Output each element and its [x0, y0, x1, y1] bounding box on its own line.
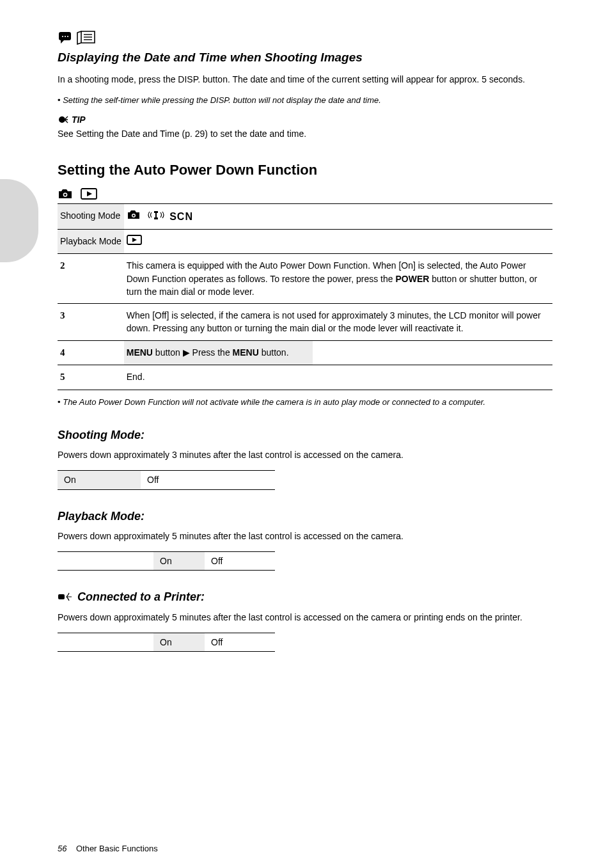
- scn-text: SCN: [169, 211, 193, 222]
- svg-point-10: [132, 214, 134, 216]
- camera-icon: [127, 210, 141, 220]
- mode-row-shooting-icons: SCN: [124, 203, 552, 229]
- tip-icon: [58, 114, 72, 125]
- mode-row-playback-label: Playback Mode: [58, 229, 124, 253]
- svg-point-0: [62, 36, 63, 37]
- print-signal-icon: [58, 592, 74, 602]
- svg-point-2: [67, 36, 68, 37]
- step-4-num: 4: [60, 347, 65, 358]
- tip-body: See Setting the Date and Time (p. 29) to…: [58, 127, 552, 140]
- section2-title: Setting the Auto Power Down Function: [58, 160, 552, 180]
- opt-off: Off: [205, 633, 275, 651]
- camera-icon: [58, 188, 73, 200]
- playback-mode-heading: Playback Mode:: [58, 508, 552, 525]
- shake-icon: [148, 210, 164, 220]
- note-2: • The Auto Power Down Function will not …: [58, 397, 552, 409]
- step-4-menu2: MENU: [233, 347, 259, 358]
- arrow-right-icon: ▶: [183, 347, 190, 358]
- playback-icon: [127, 235, 142, 245]
- mode-row-shooting: Shooting Mode SCN: [58, 203, 552, 229]
- step-2-power: POWER: [395, 274, 429, 284]
- mode-row-playback-icons: [124, 229, 552, 253]
- shooting-mode-body: Powers down approximately 3 minutes afte…: [58, 448, 552, 461]
- shooting-mode-heading: Shooting Mode:: [58, 427, 552, 443]
- opt-on-label: [58, 552, 153, 571]
- opt-on: On: [58, 471, 141, 489]
- step-row-5: 5 End.: [58, 365, 552, 390]
- steps-table: Shooting Mode SCN Playback Mode 2 This c…: [58, 203, 552, 390]
- playback-mode-body: Powers down approximately 5 minutes afte…: [58, 530, 552, 542]
- tip-row: TIP: [58, 113, 552, 126]
- page-footer: 56 Other Basic Functions: [58, 843, 158, 855]
- note-2-text: The Auto Power Down Function will not ac…: [63, 397, 485, 407]
- svg-point-1: [65, 36, 66, 37]
- speech-bubble-icon: [58, 31, 74, 45]
- opt-blank: [58, 633, 153, 651]
- section1-note: • Setting the self-timer while pressing …: [58, 95, 552, 107]
- step-5-text: End.: [124, 365, 552, 390]
- step-row-4: 4 MENU button ▶ Press the MENU button.: [58, 340, 552, 365]
- step-4-t2pre: Press the: [190, 347, 233, 358]
- step-4-menu1: MENU: [127, 347, 153, 358]
- step-2-text: This camera is equipped with the Auto Po…: [124, 254, 552, 304]
- section1-body: In a shooting mode, press the DISP. butt…: [58, 73, 552, 86]
- playback-mode-options: On Off: [58, 551, 275, 571]
- connected-heading-text: Connected to a Printer:: [77, 590, 205, 603]
- section1-note-text: Setting the self-timer while pressing th…: [63, 95, 381, 105]
- bullet-icon: •: [58, 95, 61, 105]
- svg-rect-12: [58, 594, 65, 599]
- bullet-icon: •: [58, 397, 61, 407]
- step-row-3: 3 When [Off] is selected, if the camera …: [58, 304, 552, 341]
- playback-icon: [81, 188, 97, 200]
- step-3-text: When [Off] is selected, if the camera is…: [124, 304, 552, 341]
- step-4-t2post: button.: [259, 347, 289, 358]
- mode-row-shooting-label: Shooting Mode: [58, 203, 124, 229]
- step-3-num: 3: [60, 310, 65, 320]
- opt-off: Off: [205, 552, 275, 571]
- connected-heading: Connected to a Printer:: [58, 588, 552, 605]
- connected-options: On Off: [58, 633, 275, 652]
- menu-list-icon: [77, 31, 96, 45]
- step-5-num: 5: [60, 372, 65, 382]
- shooting-mode-options: On Off: [58, 470, 275, 489]
- header-icons: [58, 31, 552, 45]
- svg-point-7: [64, 193, 66, 196]
- opt-on: On: [153, 633, 205, 651]
- step-2-num: 2: [60, 260, 65, 271]
- side-tab: [0, 179, 38, 262]
- step-4-t1: button: [153, 347, 183, 358]
- connected-body: Powers down approximately 5 minutes afte…: [58, 611, 552, 624]
- section1-title: Displaying the Date and Time when Shooti…: [58, 49, 552, 67]
- tip-label: TIP: [72, 114, 86, 125]
- page-number: 56: [58, 844, 66, 853]
- step-4-text: MENU button ▶ Press the MENU button.: [124, 340, 552, 365]
- opt-on: On: [153, 552, 205, 571]
- step-row-2: 2 This camera is equipped with the Auto …: [58, 254, 552, 304]
- mode-icon-row: [58, 186, 552, 199]
- footer-text: Other Basic Functions: [76, 844, 158, 853]
- mode-row-playback: Playback Mode: [58, 229, 552, 253]
- opt-off: Off: [141, 471, 275, 489]
